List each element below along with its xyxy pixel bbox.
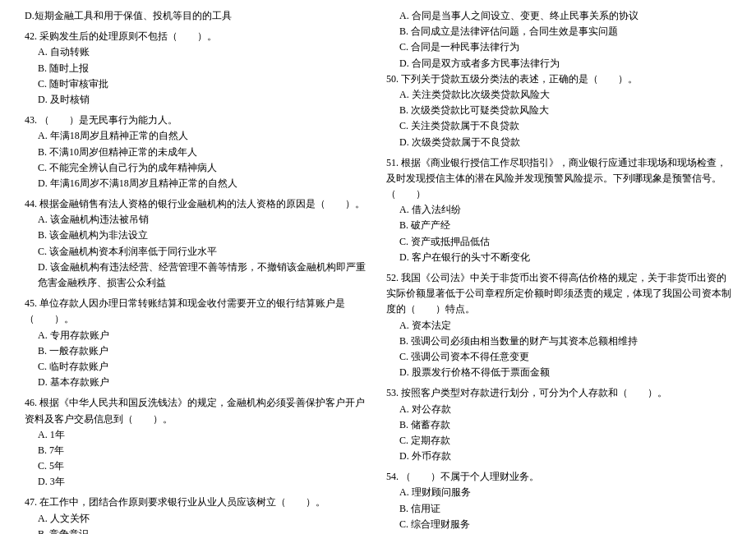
option-d-short-text: D.短期金融工具和用于保值、投机等目的的工具 <box>25 10 232 21</box>
q44-optC: C. 该金融机构资本利润率低于同行业水平 <box>25 244 370 260</box>
q52-optA: A. 资本法定 <box>386 318 731 334</box>
q43-optB: B. 不满10周岁但精神正常的未成年人 <box>25 145 370 160</box>
q42-optC: C. 随时审核审批 <box>25 76 370 92</box>
q42-text: 采购发生后的处理原则不包括（ ）。 <box>39 30 217 42</box>
question-44: 44. 根据金融销售有法人资格的银行业金融机构的法人资格的原因是（ ）。 A. … <box>25 196 370 291</box>
q50-optC: C. 关注类贷款属于不良贷款 <box>386 118 731 134</box>
left-column: D.短期金融工具和用于保值、投机等目的的工具 42. 采购发生后的处理原则不包括… <box>25 8 370 534</box>
q43-optC: C. 不能完全辨认自己行为的成年精神病人 <box>25 160 370 176</box>
q43-optA: A. 年满18周岁且精神正常的自然人 <box>25 128 370 144</box>
question-46: 46. 根据《中华人民共和国反洗钱法》的规定，金融机构必须妥善保护客户开户资料及… <box>25 395 370 490</box>
q51-optB: B. 破产产经 <box>386 218 731 233</box>
q46-optC: C. 5年 <box>25 458 370 474</box>
question-42: 42. 采购发生后的处理原则不包括（ ）。 A. 自动转账 B. 随时上报 C.… <box>25 29 370 108</box>
question-54: 54. （ ）不属于个人理财业务。 A. 理财顾问服务 B. 信用证 C. 综合… <box>386 469 731 534</box>
q42-optA: A. 自动转账 <box>25 44 370 60</box>
q43-stem: 43. （ ）是无民事行为能力人。 <box>25 113 370 128</box>
q47-stem: 47. 在工作中，团结合作原则要求银行业从业人员应该树立（ ）。 <box>25 495 370 510</box>
q47-optA: A. 人文关怀 <box>25 511 370 527</box>
question-45: 45. 单位存款人因办理日常转账结算和现金收付需要开立的银行结算账户是（ ）。 … <box>25 296 370 390</box>
q42-optB: B. 随时上报 <box>25 61 370 76</box>
q51-optC: C. 资产或抵押品低估 <box>386 234 731 250</box>
q53-optD: D. 外币存款 <box>386 449 731 464</box>
q52-optB: B. 强调公司必须由相当数量的财产与其资本总额相维持 <box>386 334 731 349</box>
q50-optD: D. 次级类贷款属于不良贷款 <box>386 135 731 150</box>
q45-optC: C. 临时存款账户 <box>25 359 370 375</box>
question-51: 51. 根据《商业银行授信工作尽职指引》，商业银行应通过非现场和现场检查，及时发… <box>386 155 731 265</box>
q47-optB: B. 竞争意识 <box>25 527 370 534</box>
q46-optB: B. 7年 <box>25 443 370 458</box>
q45-optA: A. 专用存款账户 <box>25 328 370 343</box>
option-d-short: D.短期金融工具和用于保值、投机等目的的工具 <box>25 8 370 24</box>
question-50: 50. 下列关于贷款五级分类法的表述，正确的是（ ）。 A. 关注类贷款比次级类… <box>386 71 731 150</box>
contract-optB: B. 合同成立是法律评估问题，合同生效是事实问题 <box>386 24 731 39</box>
q54-optC: C. 综合理财服务 <box>386 517 731 532</box>
q53-optA: A. 对公存款 <box>386 402 731 417</box>
q45-stem: 45. 单位存款人因办理日常转账结算和现金收付需要开立的银行结算账户是（ ）。 <box>25 296 370 327</box>
q52-stem: 52. 我国《公司法》中关于非货币出资不得高估价格的规定，关于非货币出资的实际价… <box>386 270 731 318</box>
page-container: D.短期金融工具和用于保值、投机等目的的工具 42. 采购发生后的处理原则不包括… <box>25 8 731 534</box>
q53-stem: 53. 按照客户类型对存款进行划分，可分为个人存款和（ ）。 <box>386 385 731 401</box>
q45-optD: D. 基本存款账户 <box>25 375 370 390</box>
q42-stem: 42. 采购发生后的处理原则不包括（ ）。 <box>25 29 370 44</box>
question-47: 47. 在工作中，团结合作原则要求银行业从业人员应该树立（ ）。 A. 人文关怀… <box>25 495 370 534</box>
q44-stem: 44. 根据金融销售有法人资格的银行业金融机构的法人资格的原因是（ ）。 <box>25 196 370 212</box>
question-52: 52. 我国《公司法》中关于非货币出资不得高估价格的规定，关于非货币出资的实际价… <box>386 270 731 380</box>
q45-optB: B. 一般存款账户 <box>25 343 370 359</box>
right-column: A. 合同是当事人之间设立、变更、终止民事关系的协议 B. 合同成立是法律评估问… <box>386 8 731 534</box>
q50-optB: B. 次级类贷款比可疑类贷款风险大 <box>386 103 731 118</box>
q46-optD: D. 3年 <box>25 474 370 490</box>
q50-stem: 50. 下列关于贷款五级分类法的表述，正确的是（ ）。 <box>386 71 731 87</box>
contract-optA: A. 合同是当事人之间设立、变更、终止民事关系的协议 <box>386 8 731 24</box>
question-53: 53. 按照客户类型对存款进行划分，可分为个人存款和（ ）。 A. 对公存款 B… <box>386 385 731 464</box>
q52-optD: D. 股票发行价格不得低于票面金额 <box>386 365 731 380</box>
q52-optC: C. 强调公司资本不得任意变更 <box>386 349 731 365</box>
q53-optB: B. 储蓄存款 <box>386 417 731 433</box>
q51-optA: A. 借入法纠纷 <box>386 202 731 218</box>
q42-number: 42. <box>25 30 37 42</box>
contract-optD: D. 合同是双方或者多方民事法律行为 <box>386 56 731 71</box>
q54-optB: B. 信用证 <box>386 501 731 517</box>
question-43: 43. （ ）是无民事行为能力人。 A. 年满18周岁且精神正常的自然人 B. … <box>25 113 370 191</box>
q54-stem: 54. （ ）不属于个人理财业务。 <box>386 469 731 485</box>
q50-optA: A. 关注类贷款比次级类贷款风险大 <box>386 87 731 103</box>
q44-optA: A. 该金融机构违法被吊销 <box>25 212 370 228</box>
contract-optC: C. 合同是一种民事法律行为 <box>386 39 731 55</box>
q42-optD: D. 及时核销 <box>25 92 370 108</box>
q44-optB: B. 该金融机构为非法设立 <box>25 228 370 243</box>
q51-stem: 51. 根据《商业银行授信工作尽职指引》，商业银行应通过非现场和现场检查，及时发… <box>386 155 731 203</box>
q46-optA: A. 1年 <box>25 427 370 443</box>
q43-optD: D. 年满16周岁不满18周岁且精神正常的自然人 <box>25 176 370 191</box>
q51-optD: D. 客户在银行的头寸不断变化 <box>386 250 731 265</box>
q53-optC: C. 定期存款 <box>386 433 731 449</box>
q54-optA: A. 理财顾问服务 <box>386 485 731 500</box>
q46-stem: 46. 根据《中华人民共和国反洗钱法》的规定，金融机构必须妥善保护客户开户资料及… <box>25 395 370 426</box>
q44-optD: D. 该金融机构有违法经营、经营管理不善等情形，不撤销该金融机构即严重危害金融秩… <box>25 260 370 291</box>
